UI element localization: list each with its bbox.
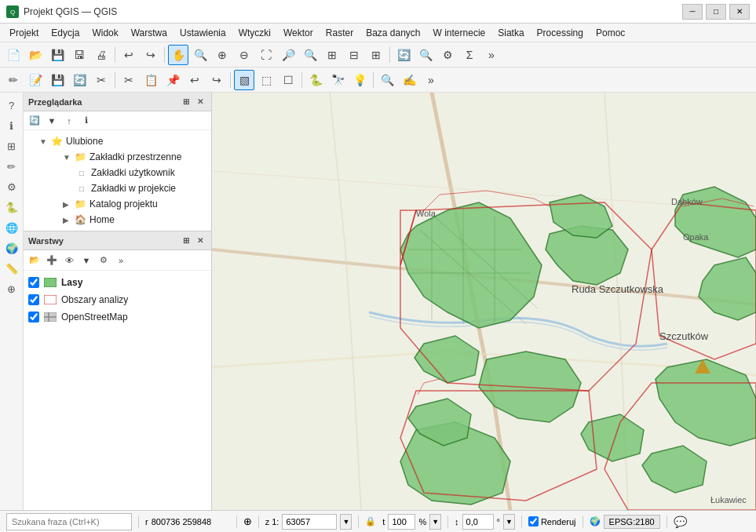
measure-lt-btn[interactable]: 📏 [2, 259, 21, 278]
zoom-full-button[interactable]: ⊞ [322, 45, 342, 65]
open-layer-btn[interactable]: 📂 [27, 253, 42, 268]
tree-item-zakladki-user[interactable]: □ Zakładki użytkownik [24, 165, 211, 180]
new-project-button[interactable]: 📄 [3, 45, 24, 65]
redo-edit-btn[interactable]: ↪ [206, 70, 227, 90]
search-input[interactable] [6, 513, 132, 530]
open-project-button[interactable]: 📂 [25, 45, 46, 65]
annotation-btn[interactable]: ✍ [399, 70, 419, 90]
stats-button[interactable]: Σ [459, 45, 480, 65]
menu-baza-danych[interactable]: Baza danych [360, 26, 426, 40]
redo-button[interactable]: ↪ [141, 45, 161, 65]
digitize-btn[interactable]: ✏ [3, 70, 24, 90]
zoom-next-button[interactable]: ⊞ [366, 45, 386, 65]
menu-ustawienia[interactable]: Ustawienia [173, 26, 232, 40]
browser-refresh-btn[interactable]: 🔄 [27, 113, 42, 129]
menu-widok[interactable]: Widok [86, 26, 124, 40]
zoom-input[interactable] [388, 514, 415, 530]
browser-up-btn[interactable]: ↑ [61, 113, 77, 129]
tree-item-home[interactable]: ▶ 🏠 Home [24, 212, 211, 228]
maximize-button[interactable]: □ [706, 4, 726, 20]
tree-item-zakladki-proj[interactable]: □ Zakładki w projekcie [24, 180, 211, 196]
tree-item-katalog[interactable]: ▶ 📁 Katalog projektu [24, 196, 211, 212]
select-btn[interactable]: ▧ [234, 70, 254, 90]
more-button[interactable]: » [481, 45, 502, 65]
scale-dropdown-btn[interactable]: ▼ [340, 514, 352, 530]
layers-lt-btn[interactable]: ⊞ [2, 137, 21, 155]
pan-button[interactable]: ✋ [168, 45, 188, 65]
digitize-lt-btn[interactable]: ✏ [2, 157, 21, 176]
menu-edycja[interactable]: Edycja [45, 26, 86, 40]
save-as-button[interactable]: 🖫 [69, 45, 89, 65]
more-edit-btn[interactable]: » [421, 70, 441, 90]
menu-pomoc[interactable]: Pomoc [590, 26, 631, 40]
map-area[interactable]: Wola Dąbków Opaka Wólka K Ruda Szczutkow… [212, 93, 756, 510]
scale-input[interactable] [282, 514, 337, 530]
menu-wtyczki[interactable]: Wtyczki [232, 26, 277, 40]
select-rect-btn[interactable]: ⬚ [256, 70, 276, 90]
close-button[interactable]: ✕ [729, 4, 750, 20]
layer-visible-btn[interactable]: 👁 [61, 253, 77, 268]
browser-lt-btn[interactable]: 🌐 [2, 218, 21, 237]
layer-obszary[interactable]: Obszary analizy [24, 291, 211, 308]
tree-item-ulubione[interactable]: ▼ ⭐ Ulubione [24, 133, 211, 149]
refresh-button[interactable]: 🔄 [393, 45, 414, 65]
add-layer-btn[interactable]: ➕ [44, 253, 60, 268]
tree-item-zakladki[interactable]: ▼ 📁 Zakładki przestrzenne [24, 149, 211, 165]
undo-button[interactable]: ↩ [119, 45, 139, 65]
menu-raster[interactable]: Raster [320, 26, 360, 40]
lock-icon[interactable]: 🔒 [365, 516, 376, 527]
browser-expand-btn[interactable]: ⊞ [180, 96, 192, 108]
python-btn[interactable]: 🐍 [305, 70, 326, 90]
rubber-band-button[interactable]: ⛶ [256, 45, 276, 65]
network-lt-btn[interactable]: 🌍 [2, 239, 21, 257]
zoom-layer-button[interactable]: 🔎 [278, 45, 298, 65]
deselect-btn[interactable]: ☐ [278, 70, 298, 90]
layers-close-btn[interactable]: ✕ [194, 235, 206, 247]
identify-btn[interactable]: ℹ [2, 116, 21, 135]
roll-btn[interactable]: 🔄 [69, 70, 89, 90]
layer-lasy-checkbox[interactable] [28, 277, 39, 288]
menu-warstwa[interactable]: Warstwa [125, 26, 173, 40]
zoom-out-button[interactable]: ⊖ [234, 45, 254, 65]
epsg-badge[interactable]: EPSG:2180 [604, 515, 660, 529]
del-sel-btn[interactable]: ✂ [91, 70, 111, 90]
cut-btn[interactable]: ✂ [119, 70, 139, 90]
layer-osm-checkbox[interactable] [28, 312, 39, 322]
locate-button[interactable]: 🔍 [415, 45, 436, 65]
paste-btn[interactable]: 📌 [163, 70, 183, 90]
help-lt-btn[interactable]: ? [2, 96, 21, 115]
menu-wektor[interactable]: Wektor [277, 26, 320, 40]
layer-options-btn[interactable]: ⚙ [96, 253, 111, 268]
browser-filter-btn[interactable]: ▼ [44, 113, 60, 129]
zoom-in-button[interactable]: ⊕ [212, 45, 232, 65]
copy-btn[interactable]: 📋 [141, 70, 161, 90]
print-button[interactable]: 🖨 [91, 45, 111, 65]
python-lt-btn[interactable]: 🐍 [2, 198, 21, 217]
undo-edit-btn[interactable]: ↩ [184, 70, 205, 90]
render-checkbox[interactable] [528, 516, 539, 527]
magnifier-btn[interactable]: 🔍 [377, 70, 397, 90]
zoom-selection-button[interactable]: 🔍 [300, 45, 320, 65]
processing-lt-btn[interactable]: ⚙ [2, 177, 21, 196]
save-edit-btn[interactable]: 💾 [47, 70, 68, 90]
menu-projekt[interactable]: Projekt [3, 26, 45, 40]
edit-btn[interactable]: 📝 [25, 70, 46, 90]
message-icon[interactable]: 💬 [674, 516, 687, 528]
menu-w-internecie[interactable]: W internecie [427, 26, 492, 40]
layer-lasy[interactable]: Lasy [24, 274, 211, 291]
save-project-button[interactable]: 💾 [47, 45, 68, 65]
pan-map-button[interactable]: 🔍 [190, 45, 210, 65]
zoom-last-button[interactable]: ⊟ [344, 45, 364, 65]
map-tips-btn[interactable]: 💡 [349, 70, 370, 90]
browser-close-btn[interactable]: ✕ [194, 96, 206, 108]
angle-input[interactable] [462, 514, 494, 530]
binoculars-btn[interactable]: 🔭 [327, 70, 348, 90]
layer-more-btn[interactable]: » [113, 253, 129, 268]
zoom-dropdown-btn[interactable]: ▼ [429, 514, 441, 530]
layer-obszary-checkbox[interactable] [28, 294, 39, 305]
angle-dropdown-btn[interactable]: ▼ [503, 514, 515, 530]
spatial-lt-btn[interactable]: ⊕ [2, 279, 21, 298]
layers-expand-btn[interactable]: ⊞ [180, 235, 192, 247]
settings-button[interactable]: ⚙ [437, 45, 458, 65]
layer-osm[interactable]: OpenStreetMap [24, 308, 211, 326]
